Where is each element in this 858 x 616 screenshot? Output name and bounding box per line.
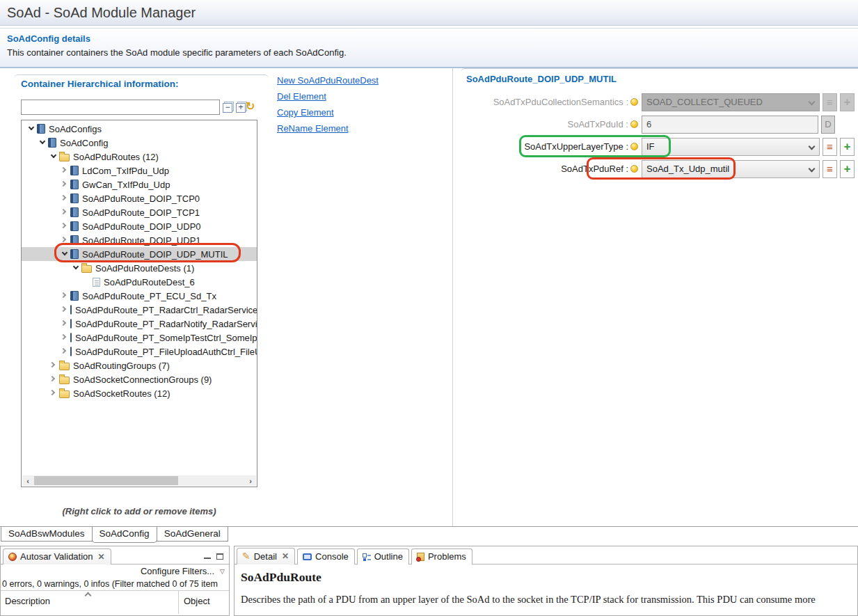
tree-item-label: SoAdPduRoute_PT_RadarNotify_RadarServi [75, 319, 257, 329]
tree-item-label: SoAdSocketConnectionGroups (9) [73, 374, 212, 385]
tree-item[interactable]: SoAdSocketConnectionGroups (9) [22, 372, 257, 386]
module-icon [70, 221, 79, 231]
tree-item-label: SoAdRoutingGroups (7) [73, 361, 170, 371]
tree-item[interactable]: SoAdRoutingGroups (7) [22, 358, 257, 372]
validation-toolbar: Configure Filters... ▽ [1, 564, 229, 578]
field-row: SoAdTxPduCollectionSemantics :SOAD_COLLE… [0, 93, 858, 111]
chevron-right-icon[interactable] [61, 194, 70, 203]
tab-console[interactable]: Console [297, 548, 355, 564]
tree-item[interactable]: SoAdPduRouteDest_6 [22, 275, 257, 289]
chevron-down-icon [809, 166, 816, 173]
module-icon [70, 249, 79, 259]
tree-item[interactable]: SoAdPduRoute_PT_FileUploadAuthCtrl_FileU [22, 345, 257, 358]
folder-icon [59, 390, 70, 398]
scroll-left-icon[interactable]: ‹ [22, 477, 33, 485]
minimize-icon[interactable] [204, 558, 211, 560]
field-row: SoAdTxUpperLayerType :IF≡+ [0, 138, 858, 156]
tree-item[interactable]: SoAdPduRoute_PT_RadarCtrl_RadarService [22, 303, 257, 317]
chevron-right-icon[interactable] [61, 333, 70, 342]
tree-item[interactable]: SoAdPduRoute_DOIP_UDP0 [22, 219, 257, 233]
default-value-button: D [821, 116, 835, 134]
chevron-right-icon[interactable] [49, 374, 59, 384]
chevron-right-icon[interactable] [49, 361, 59, 370]
chevron-right-icon[interactable] [61, 305, 70, 315]
tree-item-label: SoAdPduRoute_DOIP_UDP_MUTIL [82, 249, 228, 260]
folder-icon [81, 265, 92, 273]
tree-item-label: SoAdPduRoute_PT_RadarCtrl_RadarService [75, 305, 257, 315]
field-dropdown[interactable]: IF [642, 138, 820, 156]
module-icon [70, 207, 79, 217]
folder-icon [59, 377, 70, 384]
close-icon[interactable]: ✕ [98, 552, 105, 562]
add-button[interactable]: + [840, 160, 855, 178]
sort-ascending-icon [85, 592, 92, 599]
tree-item[interactable]: SoAdPduRoute_PT_SomeIpTestCtrl_SomeIp [22, 331, 257, 345]
chevron-down-icon[interactable] [61, 249, 70, 259]
chevron-right-icon[interactable] [61, 235, 70, 245]
tree-item-label: SoAdPduRoute_DOIP_UDP0 [82, 221, 201, 232]
validation-status-text: 0 errors, 0 warnings, 0 infos (Filter ma… [1, 578, 229, 590]
chevron-right-icon[interactable] [61, 319, 70, 329]
column-description[interactable]: Description [5, 596, 50, 606]
close-icon[interactable]: ✕ [282, 551, 289, 561]
tab-label: Outline [374, 551, 403, 562]
chevron-right-icon[interactable] [61, 221, 70, 231]
detail-body-text: Describes the path of a PDU from an uppe… [241, 594, 858, 606]
column-divider[interactable] [178, 591, 179, 614]
tab-label: Console [315, 551, 349, 562]
maximize-icon[interactable] [216, 553, 223, 560]
field-dropdown[interactable]: SoAd_Tx_Udp_mutil [642, 160, 820, 178]
pencil-icon: ✎ [242, 551, 251, 562]
scrollbar-thumb[interactable] [34, 476, 178, 485]
tree-item[interactable]: SoAdPduRoute_PT_ECU_Sd_Tx [22, 289, 257, 303]
chevron-right-icon[interactable] [49, 388, 59, 398]
tree-item[interactable]: SoAdPduRoute_DOIP_UDP1 [22, 233, 257, 247]
column-object[interactable]: Object [184, 596, 210, 606]
field-label: SoAdTxUpperLayerType : [524, 141, 628, 152]
tab-autosar-validation[interactable]: Autosar Validation ✕ [3, 548, 111, 564]
view-menu-icon[interactable]: ▽ [220, 568, 225, 575]
configure-filters-button[interactable]: Configure Filters... [141, 566, 214, 576]
chevron-down-icon[interactable] [72, 263, 81, 273]
chevron-right-icon[interactable] [61, 291, 70, 301]
chevron-right-icon[interactable] [61, 347, 70, 356]
tree-item[interactable]: SoAdSocketRoutes (12) [22, 386, 257, 400]
tree-item[interactable]: SoAdPduRoute_DOIP_UDP_MUTIL [22, 247, 257, 261]
tab-outline[interactable]: Outline [357, 548, 409, 564]
bulb-icon [630, 98, 638, 106]
detail-panel: ✎Detail✕ConsoleOutlineProblems SoAdPduRo… [234, 546, 858, 616]
tab-problems[interactable]: Problems [411, 548, 472, 564]
tree-section-title: Container Hierarchical information: [21, 79, 179, 89]
editor-tab-soadbswmodules[interactable]: SoAdBswModules [1, 527, 93, 542]
tree-horizontal-scrollbar[interactable]: ‹ › [22, 475, 256, 486]
tree-item[interactable]: SoAdPduRoute_DOIP_TCP1 [22, 205, 257, 219]
tree-item[interactable]: SoAdPduRoute_PT_RadarNotify_RadarServi [22, 317, 257, 331]
scroll-right-icon[interactable]: › [245, 477, 256, 485]
tab-detail[interactable]: ✎Detail✕ [237, 548, 295, 564]
tab-label: Problems [428, 551, 466, 562]
chevron-down-icon [809, 99, 816, 106]
tree-item[interactable]: SoAdPduRoute_DOIP_TCP0 [22, 191, 257, 205]
editor-tab-soadconfig[interactable]: SoAdConfig [92, 527, 157, 543]
problems-icon [417, 553, 424, 561]
editor-tab-soadgeneral[interactable]: SoAdGeneral [157, 527, 228, 542]
chevron-right-icon[interactable] [61, 207, 70, 217]
field-row: SoAdTxPduRef :SoAd_Tx_Udp_mutil≡+ [0, 160, 858, 178]
tab-label: Detail [254, 551, 277, 562]
tree-item-label: SoAdPduRoute_PT_ECU_Sd_Tx [82, 291, 216, 301]
module-icon [70, 291, 79, 301]
bulb-icon [630, 120, 638, 128]
list-options-button[interactable]: ≡ [823, 138, 837, 156]
field-label: SoAdTxPduRef : [561, 164, 628, 174]
module-icon [70, 333, 72, 342]
details-banner: SoAdConfig details This container contai… [0, 28, 858, 68]
add-button[interactable]: + [840, 138, 855, 156]
tab-label: Autosar Validation [20, 551, 93, 562]
tree-item-label: SoAdPduRoute_PT_SomeIpTestCtrl_SomeIp [75, 333, 257, 343]
action-link-new-soadpduroutedest[interactable]: New SoAdPduRouteDest [277, 75, 379, 86]
detail-content: SoAdPduRoute Describes the path of a PDU… [235, 564, 857, 606]
tree-item-label: SoAdPduRouteDest_6 [104, 277, 195, 287]
details-banner-description: This container containers the SoAd modul… [7, 47, 851, 58]
list-options-button[interactable]: ≡ [823, 160, 837, 178]
tree-item[interactable]: SoAdPduRouteDests (1) [22, 261, 257, 275]
